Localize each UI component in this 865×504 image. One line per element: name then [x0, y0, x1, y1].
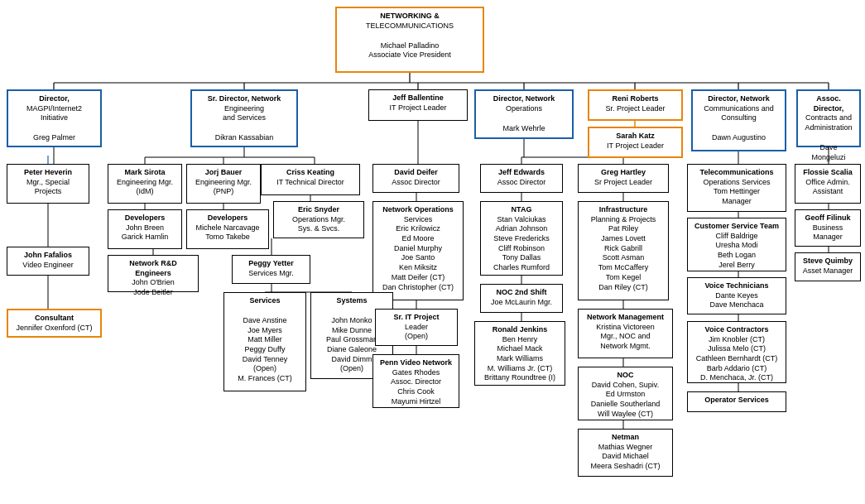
box-line-1: TELECOMMUNICATIONS	[341, 22, 478, 31]
box-line-1: Jim Knobler (CT)	[692, 335, 781, 345]
org-box-sr-director-network: Sr. Director, NetworkEngineeringand Serv…	[190, 89, 298, 147]
box-line-4: Dawn Augustino	[697, 133, 781, 143]
box-line-2: (PNP)	[191, 187, 256, 197]
box-line-1: IT Technical Director	[266, 178, 355, 188]
org-box-director-network-ops: Director, NetworkOperationsMark Wehrle	[474, 89, 574, 139]
box-line-1: Leader	[380, 323, 453, 333]
box-line-0: John Fafalios	[12, 251, 84, 261]
org-box-voice-contractors: Voice ContractorsJim Knobler (CT)Julissa…	[687, 321, 786, 383]
box-line-0: Director, Network	[697, 94, 781, 104]
org-box-criss-keating: Criss KeatingIT Technical Director	[261, 164, 360, 195]
org-box-reni-roberts: Reni RobertsSr. Project Leader	[588, 89, 683, 121]
box-line-2: Jode Beitler	[113, 288, 194, 298]
org-box-assoc-director-contracts: Assoc. Director,Contracts andAdministrat…	[796, 89, 861, 147]
org-box-director-magpi: Director,MAGPI/Internet2InitiativeGreg P…	[7, 89, 102, 147]
box-line-3: Chris Cook	[377, 387, 454, 397]
box-line-1: Business	[800, 223, 856, 233]
box-line-1: Michele Narcavage	[191, 223, 264, 233]
box-line-2: (Open)	[380, 332, 453, 342]
box-line-2: Manager	[800, 233, 856, 242]
box-line-0: Systems	[315, 296, 388, 306]
box-line-3: Danielle Southerland	[583, 400, 668, 410]
org-box-jeff-edwards: Jeff EdwardsAssoc Director	[480, 164, 563, 193]
box-line-4: Dikran Kassabian	[196, 133, 292, 143]
box-line-0: Geoff Filinuk	[800, 214, 856, 223]
box-line-1: Assoc Director	[485, 178, 558, 188]
box-line-1: Cliff Baldrige	[692, 232, 781, 242]
box-line-0: Eric Snyder	[278, 205, 359, 215]
box-line-0: Sr. Director, Network	[196, 94, 292, 104]
org-box-telecom-ops: TelecommunicationsOperations ServicesTom…	[687, 164, 786, 212]
org-box-infrastructure: InfrastructurePlanning & ProjectsPat Ril…	[578, 201, 669, 300]
box-line-2: Michael Mack	[479, 344, 560, 354]
box-line-1: Office Admin.	[800, 178, 856, 188]
org-box-developers-michele: DevelopersMichele NarcavageTomo Takebe	[186, 209, 269, 249]
box-line-0: Customer Service Team	[692, 222, 781, 232]
box-line-2: and Services	[196, 113, 292, 123]
box-line-1: Contracts and	[802, 113, 855, 123]
box-line-5: Scott Asman	[583, 253, 664, 263]
box-line-0: Director, Network	[480, 94, 568, 104]
box-line-3: Mark Williams	[479, 354, 560, 364]
box-line-2: Consulting	[697, 113, 781, 123]
box-line-7: Matt Deifer (CT)	[377, 273, 459, 283]
box-line-2: Projects	[12, 187, 84, 197]
box-line-0: David Deifer	[377, 168, 454, 178]
box-line-0: Jeff Edwards	[485, 168, 558, 178]
box-line-0: Peter Heverin	[12, 168, 84, 178]
box-line-1: Operations Mgr.	[278, 215, 359, 225]
box-line-1: Asset Manager	[800, 266, 856, 276]
box-line-1: Operations	[480, 104, 568, 114]
box-line-0: Voice Contractors	[692, 325, 781, 335]
org-box-network-rd: Network R&D EngineersJohn O'BrienJode Be…	[108, 255, 199, 292]
box-line-1: Operations Services	[692, 178, 781, 188]
org-box-network-management: Network ManagementKristina VictoreenMgr.…	[578, 309, 673, 358]
box-line-2: Sys. & Svcs.	[278, 224, 359, 234]
box-line-1: Engineering Mgr.	[113, 178, 177, 188]
org-box-top: NETWORKING &TELECOMMUNICATIONSMichael Pa…	[335, 7, 484, 73]
org-box-director-network-comm: Director, NetworkCommunications andConsu…	[691, 89, 786, 151]
box-line-1: John O'Brien	[113, 278, 194, 288]
box-line-0: Penn Video Network	[377, 358, 454, 368]
org-box-john-fafalios: John FafaliosVideo Engineer	[7, 247, 89, 276]
box-line-3: Manager	[692, 197, 781, 207]
org-box-ronald-jenkins: Ronald JenkinsBen HenryMichael MackMark …	[474, 321, 565, 386]
box-line-2: Assoc. Director	[377, 377, 454, 387]
box-line-4: M. Williams Jr. (CT)	[479, 364, 560, 374]
box-line-1: David Cohen, Supiv.	[583, 381, 668, 391]
org-box-geoff-filinuk: Geoff FilinukBusinessManager	[795, 209, 861, 247]
box-line-1: Ben Henry	[479, 335, 560, 345]
box-line-1: Dante Keyes	[692, 291, 781, 301]
org-box-jeff-ballentine: Jeff BallentineIT Project Leader	[368, 89, 468, 121]
box-line-0: Sarah Katz	[593, 132, 677, 142]
box-line-5: Tony Dallas	[485, 253, 558, 263]
box-line-4: Mayumi Hirtzel	[377, 397, 454, 407]
org-box-mark-sirota: Mark SirotaEngineering Mgr.(IdM)	[108, 164, 182, 204]
box-line-1: Sr. Project Leader	[593, 104, 677, 114]
box-line-0: Developers	[191, 214, 264, 223]
org-box-sr-it-project: Sr. IT ProjectLeader(Open)	[375, 309, 458, 346]
box-line-4: Daniel Murphy	[377, 244, 459, 254]
org-box-noc: NOCDavid Cohen, Supiv.Ed UrmstonDanielle…	[578, 367, 673, 420]
box-line-2: Tomo Takebe	[191, 233, 264, 242]
box-line-1: Video Engineer	[12, 261, 84, 271]
box-line-4: Rick Gabrill	[583, 244, 664, 254]
box-line-2: Uresha Modi	[692, 241, 781, 251]
box-line-0: Steve Quimby	[800, 257, 856, 266]
box-line-1: MAGPI/Internet2	[12, 104, 96, 114]
box-line-1: Sr Project Leader	[583, 178, 664, 188]
box-line-1: John Breen	[113, 223, 177, 233]
box-line-0: Reni Roberts	[593, 94, 677, 104]
box-line-6: Ken Miksitz	[377, 263, 459, 273]
org-box-steve-quimby: Steve QuimbyAsset Manager	[795, 252, 861, 281]
org-box-eric-snyder: Eric SnyderOperations Mgr.Sys. & Svcs.	[273, 201, 364, 238]
box-line-6: David Tenney	[228, 355, 301, 365]
box-line-0: Telecommunications	[692, 168, 781, 178]
box-line-3: Beth Logan	[692, 251, 781, 261]
box-line-0: Sr. IT Project	[380, 313, 453, 323]
box-line-3: Network Mgmt.	[583, 342, 668, 352]
org-box-developers-john: DevelopersJohn BreenGarick Hamlin	[108, 209, 182, 249]
box-line-6: Charles Rumford	[485, 263, 558, 273]
box-line-8: M. Frances (CT)	[228, 374, 301, 384]
box-line-0: Greg Hartley	[583, 168, 664, 178]
